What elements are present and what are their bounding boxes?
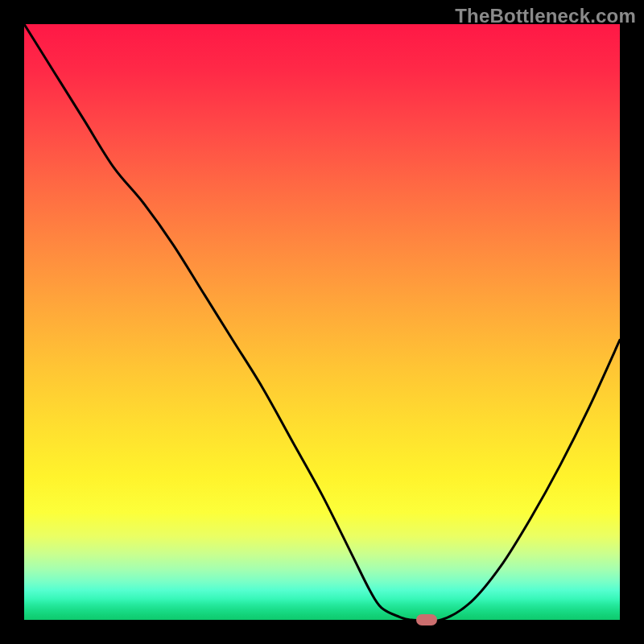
chart-frame: TheBottleneck.com bbox=[0, 0, 644, 644]
marker-point bbox=[416, 614, 437, 625]
watermark-text: TheBottleneck.com bbox=[455, 5, 636, 27]
plot-area bbox=[24, 24, 620, 620]
bottleneck-curve bbox=[24, 24, 620, 620]
